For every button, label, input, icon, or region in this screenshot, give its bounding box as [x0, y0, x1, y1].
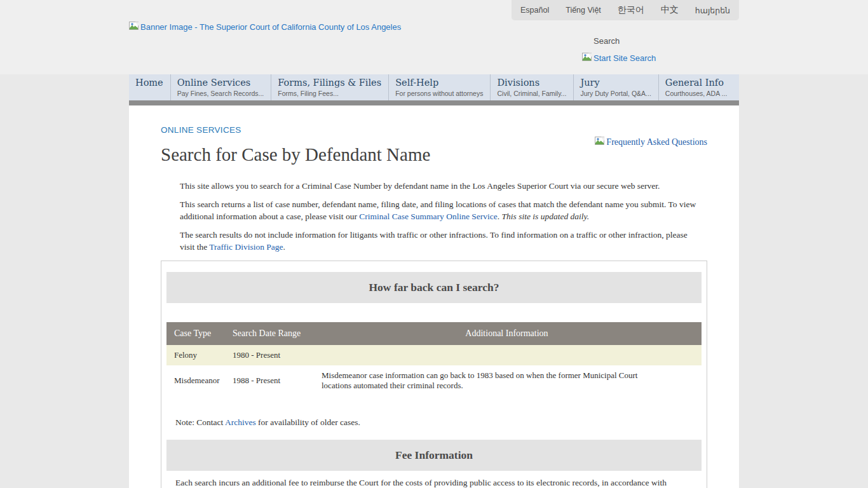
page-column: Home Online Services Pay Fines, Search R…: [129, 74, 739, 488]
col-header-additional-info: Additional Information: [312, 322, 702, 345]
lang-korean[interactable]: 한국어: [618, 4, 644, 16]
nav-item-general-info[interactable]: General Info Courthouses, ADA ...: [659, 74, 739, 100]
cell-additional-info: [312, 345, 702, 365]
traffic-division-link[interactable]: Traffic Division Page: [209, 242, 283, 252]
faq-link-label: Frequently Asked Questions: [606, 137, 707, 147]
nav-subtitle: Civil, Criminal, Family...: [497, 90, 566, 97]
faq-link[interactable]: Frequently Asked Questions: [595, 137, 707, 148]
fee-paragraph: Each search incurs an additional fee to …: [175, 477, 690, 488]
nav-subtitle: Courthouses, ADA ...: [665, 90, 732, 97]
nav-label: Jury: [580, 78, 651, 88]
paragraph-text: .: [498, 212, 502, 221]
cell-date-range: 1980 - Present: [225, 345, 312, 365]
nav-label: Online Services: [177, 78, 264, 88]
lang-spanish[interactable]: Español: [520, 6, 549, 15]
lang-chinese[interactable]: 中文: [661, 4, 679, 16]
breadcrumb-online-services: ONLINE SERVICES: [161, 105, 707, 135]
nav-label: General Info: [665, 78, 732, 88]
nav-label: Forms, Filings & Files: [278, 78, 381, 88]
intro-text: This site allows you to search for a Cri…: [180, 180, 702, 254]
search-label: Search: [593, 36, 620, 46]
cell-additional-info: Misdemeanor case information can go back…: [312, 365, 702, 396]
nav-item-forms-filings-files[interactable]: Forms, Filings & Files Forms, Filing Fee…: [271, 74, 389, 100]
col-header-date-range: Search Date Range: [225, 322, 312, 345]
start-site-search-link[interactable]: Start Site Search: [582, 53, 656, 64]
nav-label: Divisions: [497, 78, 566, 88]
broken-image-icon: [595, 137, 605, 148]
note-text: for availability of older cases.: [256, 417, 360, 427]
archives-note: Note: Contact Archives for availability …: [175, 417, 702, 428]
note-text: Note: Contact: [175, 417, 225, 427]
table-row-felony: Felony 1980 - Present: [166, 345, 702, 365]
nav-subtitle: For persons without attorneys: [395, 90, 483, 97]
paragraph-text: This site allows you to search for a Cri…: [180, 181, 660, 191]
nav-label: Home: [135, 78, 163, 88]
info-panel: How far back can I search? Case Type Sea…: [161, 261, 707, 488]
search-range-table: Case Type Search Date Range Additional I…: [166, 322, 702, 396]
col-header-case-type: Case Type: [166, 322, 225, 345]
nav-subtitle: Jury Duty Portal, Q&A...: [580, 90, 651, 97]
cell-case-type: Felony: [166, 345, 225, 365]
broken-image-icon: [582, 53, 592, 64]
language-bar: Español Tiếng Việt 한국어 中文 հայերեն: [512, 0, 739, 20]
nav-subtitle: Forms, Filing Fees...: [278, 90, 381, 97]
broken-image-icon: [129, 22, 139, 32]
banner-alt-text: Banner Image - The Superior Court of Cal…: [140, 22, 401, 32]
intro-paragraph-1: This site allows you to search for a Cri…: [180, 180, 702, 193]
fee-information-heading: Fee Information: [166, 440, 702, 471]
nav-subtitle: Pay Fines, Search Records...: [177, 90, 264, 97]
intro-paragraph-3: The search results do not include inform…: [180, 229, 702, 254]
nav-label: Self-Help: [395, 78, 483, 88]
main-content: ONLINE SERVICES Frequently Asked Questio…: [129, 105, 739, 488]
nav-item-divisions[interactable]: Divisions Civil, Criminal, Family...: [491, 74, 574, 100]
nav-item-self-help[interactable]: Self-Help For persons without attorneys: [389, 74, 491, 100]
start-site-search-label: Start Site Search: [593, 53, 656, 63]
nav-item-jury[interactable]: Jury Jury Duty Portal, Q&A...: [574, 74, 658, 100]
table-row-misdemeanor: Misdemeanor 1988 - Present Misdemeanor c…: [166, 365, 702, 396]
search-back-heading: How far back can I search?: [166, 272, 702, 303]
nav-item-home[interactable]: Home: [129, 74, 171, 100]
header-band: Español Tiếng Việt 한국어 中文 հայերեն Banner…: [0, 0, 868, 74]
cell-date-range: 1988 - Present: [225, 365, 312, 396]
table-header-row: Case Type Search Date Range Additional I…: [166, 322, 702, 345]
lang-armenian[interactable]: հայերեն: [695, 6, 730, 15]
intro-paragraph-2: This search returns a list of case numbe…: [180, 198, 702, 223]
nav-bottom-strip: [129, 100, 739, 105]
main-navigation: Home Online Services Pay Fines, Search R…: [129, 74, 739, 100]
updated-daily-note: This site is updated daily.: [502, 212, 590, 221]
archives-link[interactable]: Archives: [225, 417, 256, 427]
criminal-case-summary-link[interactable]: Criminal Case Summary Online Service: [359, 212, 497, 221]
cell-case-type: Misdemeanor: [166, 365, 225, 396]
nav-item-online-services[interactable]: Online Services Pay Fines, Search Record…: [171, 74, 272, 100]
court-banner-link[interactable]: Banner Image - The Superior Court of Cal…: [129, 22, 401, 32]
lang-vietnamese[interactable]: Tiếng Việt: [566, 6, 601, 15]
paragraph-text: .: [283, 242, 285, 252]
